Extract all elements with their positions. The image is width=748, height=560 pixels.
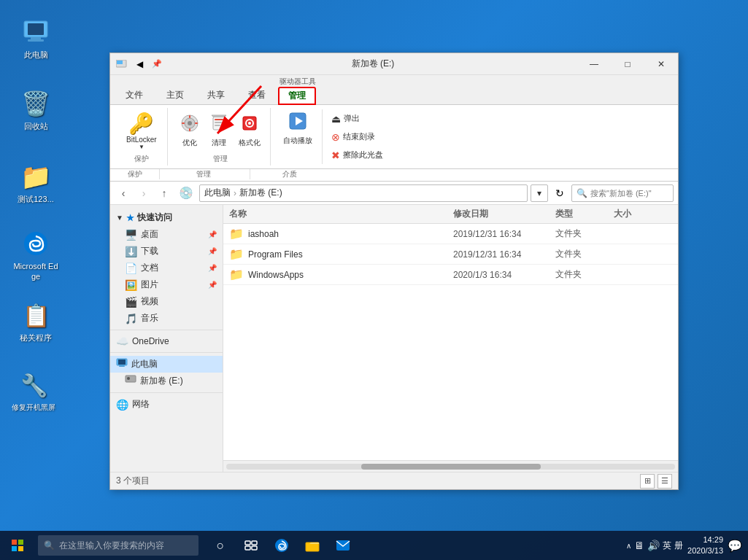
taskbar-ime-icon[interactable]: 册	[674, 540, 683, 552]
search-input[interactable]	[590, 189, 671, 198]
protect-group-label-bottom: 保护	[116, 169, 160, 179]
file-row-iashoah[interactable]: 📁 iashoah 2019/12/31 16:34 文件夹	[223, 224, 678, 244]
file-header-date[interactable]: 修改日期	[453, 208, 555, 220]
file-name-program-files: Program Files	[248, 249, 303, 260]
quick-access-label: 快速访问	[137, 211, 172, 224]
drive-icon: 💿	[176, 186, 196, 200]
nav-item-downloads[interactable]: ⬇️ 下载 📌	[110, 243, 223, 260]
file-row-program-files[interactable]: 📁 Program Files 2019/12/31 16:34 文件夹	[223, 244, 678, 265]
manage-tab-container: 驱动器工具 管理	[278, 77, 317, 104]
svg-point-9	[188, 121, 192, 125]
view-grid-button[interactable]: ⊞	[640, 474, 655, 489]
end-burn-icon: ⊗	[331, 131, 340, 143]
nav-item-music[interactable]: 🎵 音乐	[110, 310, 223, 327]
eject-button[interactable]: ⏏ 弹出	[328, 112, 386, 126]
svg-rect-2	[31, 37, 41, 39]
eject-icon: ⏏	[331, 113, 341, 125]
taskbar-task-view-btn[interactable]	[236, 531, 266, 560]
horizontal-scrollbar[interactable]	[223, 460, 678, 472]
quick-access-header[interactable]: ▼ ★ 快速访问	[110, 209, 223, 226]
nav-item-network[interactable]: 🌐 网络	[110, 396, 223, 413]
taskbar-search-input[interactable]	[59, 540, 190, 551]
nav-item-desktop[interactable]: 🖥️ 桌面 📌	[110, 226, 223, 243]
svg-rect-27	[127, 377, 130, 380]
autoplay-section: 自动播放	[279, 109, 323, 164]
taskbar-search-icon: 🔍	[44, 540, 55, 551]
desktop-icon-edge[interactable]: Microsoft Edge	[10, 226, 61, 285]
tab-share[interactable]: 共享	[196, 85, 236, 104]
address-refresh-button[interactable]: ↻	[551, 184, 568, 202]
end-burn-label: 结束刻录	[343, 131, 375, 142]
taskbar-network-icon[interactable]: 🖥	[634, 540, 644, 551]
nav-item-pictures[interactable]: 🖼️ 图片 📌	[110, 276, 223, 293]
nav-divider-3	[110, 392, 223, 393]
media-group-label-bottom: 介质	[253, 169, 326, 179]
tab-manage[interactable]: 管理	[278, 87, 316, 105]
desktop-icon-this-pc[interactable]: 此电脑	[10, 15, 61, 63]
desktop-icon-secret-app[interactable]: 📋 秘关程序	[10, 298, 61, 346]
hscroll-track	[226, 464, 675, 470]
nav-item-this-pc[interactable]: 此电脑	[110, 356, 223, 373]
maximize-button[interactable]: □	[611, 53, 644, 75]
taskbar-system-icons: ∧ 🖥 🔊 英 册	[626, 540, 683, 552]
nav-back-button[interactable]: ‹	[115, 184, 132, 202]
status-view-buttons: ⊞ ☰	[640, 474, 672, 489]
nav-pictures-icon: 🖼️	[125, 279, 137, 291]
taskbar-notification-btn[interactable]: 💬	[728, 539, 742, 553]
autoplay-button[interactable]: 自动播放	[279, 109, 316, 148]
svg-rect-24	[118, 359, 126, 365]
nav-desktop-label: 桌面	[141, 228, 158, 241]
desktop-icon-test-folder[interactable]: 📁 测试123...	[10, 159, 61, 207]
bitlocker-button[interactable]: 🔑 BitLocker ▼	[122, 109, 161, 152]
taskbar-edge-btn[interactable]	[267, 531, 296, 560]
title-bar: ◀ 📌 新加卷 (E:) — □ ✕	[110, 53, 678, 75]
end-burn-button[interactable]: ⊗ 结束刻录	[328, 130, 386, 144]
status-bar: 3 个项目 ⊞ ☰	[110, 472, 678, 489]
optimize-label: 优化	[182, 138, 197, 148]
taskbar-explorer-btn[interactable]	[298, 531, 327, 560]
nav-item-new-volume[interactable]: 新加卷 (E:)	[110, 373, 223, 389]
nav-item-videos[interactable]: 🎬 视频	[110, 293, 223, 310]
desktop-icon-recycle-bin[interactable]: 🗑️ 回收站	[10, 86, 61, 134]
svg-rect-11	[189, 128, 190, 131]
file-name-iashoah: iashoah	[248, 229, 279, 239]
file-row-windows-apps[interactable]: 📁 WindowsApps 2020/1/3 16:34 文件夹	[223, 265, 678, 285]
nav-forward-button[interactable]: ›	[135, 184, 153, 202]
taskbar-datetime[interactable]: 14:29 2020/3/13	[687, 534, 723, 557]
erase-disc-button[interactable]: ✖ 擦除此光盘	[328, 148, 386, 163]
nav-item-documents[interactable]: 📄 文档 📌	[110, 260, 223, 276]
title-bar-menu-btn[interactable]	[115, 57, 129, 71]
address-dropdown-btn[interactable]: ▾	[531, 184, 548, 202]
taskbar-volume-icon[interactable]: 🔊	[647, 540, 660, 551]
minimize-button[interactable]: —	[577, 53, 611, 75]
nav-item-onedrive[interactable]: ☁️ OneDrive	[110, 333, 223, 349]
svg-rect-34	[245, 541, 250, 545]
file-row-name-program-files: 📁 Program Files	[229, 247, 453, 261]
taskbar-expand-icon[interactable]: ∧	[626, 542, 631, 550]
clean-button[interactable]: 清理	[206, 112, 232, 150]
tab-file[interactable]: 文件	[115, 85, 154, 104]
nav-up-button[interactable]: ↑	[155, 184, 173, 202]
close-button[interactable]: ✕	[644, 53, 678, 75]
taskbar-mail-btn[interactable]	[328, 531, 358, 560]
view-list-button[interactable]: ☰	[658, 474, 672, 489]
title-bar-back-btn[interactable]: ◀	[132, 57, 147, 71]
taskbar-search-box[interactable]: 🔍	[38, 535, 198, 556]
start-button[interactable]	[0, 531, 35, 560]
taskbar-cortana-btn[interactable]: ○	[206, 531, 235, 560]
file-header-name[interactable]: 名称	[229, 208, 453, 220]
bitlocker-dropdown-arrow: ▼	[139, 144, 144, 150]
address-path-display[interactable]: 此电脑 › 新加卷 (E:)	[199, 184, 528, 202]
title-bar-pin-btn[interactable]: 📌	[150, 57, 164, 71]
tab-home[interactable]: 主页	[155, 85, 195, 104]
format-button[interactable]: 格式化	[235, 112, 264, 150]
optimize-icon	[180, 114, 199, 136]
file-area: 名称 修改日期 类型 大小 📁 iashoah 2019/12/31 16:34…	[223, 205, 678, 472]
tab-view[interactable]: 查看	[237, 85, 277, 104]
desktop-icon-repair-boot[interactable]: 🔧 修复开机黑屏	[6, 368, 61, 415]
ribbon-content: 🔑 BitLocker ▼ 保护	[110, 105, 678, 169]
optimize-button[interactable]: 优化	[177, 112, 203, 150]
file-header-type[interactable]: 类型	[555, 208, 614, 220]
file-header-size[interactable]: 大小	[614, 208, 672, 220]
title-bar-title: 新加卷 (E:)	[169, 58, 577, 70]
